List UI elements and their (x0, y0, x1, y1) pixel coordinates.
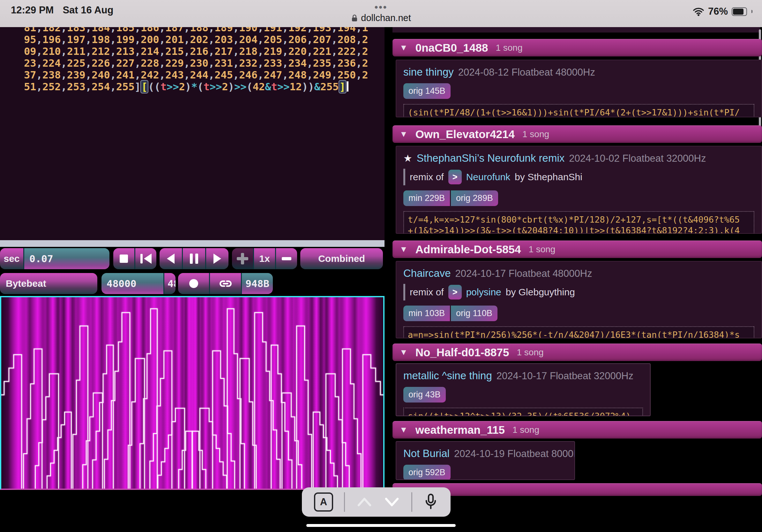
share-link-button[interactable] (209, 273, 241, 294)
entry-header-Admirable-Dot-5854[interactable]: ▼ Admirable-Dot-5854 1 song (393, 240, 762, 258)
editor-hscrollbar[interactable] (0, 240, 385, 247)
song-card: metallic ^sine thing 2024-10-17 Floatbea… (396, 363, 650, 416)
orig-size-badge[interactable]: orig 289B (451, 190, 498, 206)
user-name: 0naCB0_1488 (416, 41, 488, 54)
status-bar: 12:29 PM Sat 16 Aug ••• dollchan.net 76% (0, 0, 762, 27)
samplerate-group: 48000 480 (102, 273, 176, 294)
collapse-icon[interactable]: ▼ (400, 347, 408, 357)
goto-original-button[interactable]: > (448, 170, 462, 184)
text-format-button[interactable]: A (314, 493, 333, 511)
record-group: 948B (178, 273, 273, 294)
waveform-canvas (1, 297, 383, 489)
song-code[interactable]: (sin(t*PI/48/(1+(t>>16&1)))+sin(t*PI/64*… (403, 104, 754, 117)
min-size-badge[interactable]: min 103B (403, 305, 450, 321)
transport-group-1 (113, 248, 156, 269)
link-icon (219, 277, 233, 290)
back-icon (167, 253, 175, 264)
song-count: 1 song (495, 43, 522, 53)
samplerate-clipped-input[interactable]: 480 (163, 273, 176, 294)
user-name: Own_Elevator4214 (416, 128, 515, 141)
song-title-link[interactable]: SthephanShi’s Neurofunk remix (417, 152, 565, 164)
collapse-icon[interactable]: ▼ (400, 425, 408, 435)
record-button[interactable] (178, 273, 209, 294)
orig-size-badge[interactable]: orig 43B (403, 387, 446, 403)
remix-of-label: remix of (410, 171, 444, 182)
song-title-link[interactable]: Not Burial (403, 447, 450, 460)
divider (344, 492, 345, 512)
goto-original-button[interactable]: > (448, 285, 462, 299)
combined-mode-button[interactable]: Combined (300, 248, 383, 269)
orig-size-badge[interactable]: orig 110B (451, 305, 497, 321)
site-url: dollchan.net (361, 13, 411, 23)
skip-start-button[interactable] (134, 248, 156, 269)
code-editor[interactable]: 81,182,183,184,185,186,187,188,189,190,1… (0, 27, 385, 240)
wifi-icon (693, 7, 704, 16)
speed-decrease-button[interactable] (275, 248, 297, 269)
speed-increase-button[interactable] (232, 248, 253, 269)
entry-header-No_Half-d01-8875[interactable]: ▼ No_Half-d01-8875 1 song (393, 344, 762, 361)
user-name: Admirable-Dot-5854 (416, 243, 521, 256)
song-meta: 2024-08-12 Floatbeat 48000Hz (458, 67, 595, 78)
waveform-panel (0, 296, 385, 490)
address-bar[interactable]: dollchan.net (0, 13, 762, 23)
settings-controls: Bytebeat 48000 480 948B (0, 273, 385, 294)
multitask-dots-icon[interactable]: ••• (0, 2, 762, 13)
stop-icon (120, 254, 128, 263)
collapse-icon[interactable]: ▼ (400, 43, 408, 53)
song-code[interactable]: a=n=>sin(t*PI*n/256)%256*(-t/n/4&2047)/1… (403, 326, 754, 338)
original-song-link[interactable]: polysine (466, 287, 501, 298)
user-name: No_Half-d01-8875 (416, 346, 509, 359)
user-name: weatherman_115 (416, 424, 505, 436)
song-code[interactable]: sin((t|t>>12^t>>13)/32.35)/(t%65536/3072… (403, 408, 643, 416)
entry-header-weatherman_115[interactable]: ▼ weatherman_115 1 song (393, 421, 762, 438)
speed-value[interactable]: 1x (253, 248, 275, 269)
panel-top-strip (393, 27, 760, 33)
keyboard-accessory-bar: A (302, 487, 451, 517)
battery-percent: 76% (708, 6, 728, 17)
stop-button[interactable] (113, 248, 134, 269)
song-title-link[interactable]: Chaircave (403, 267, 451, 279)
remix-of-label: remix of (410, 287, 444, 298)
chevron-up-icon[interactable] (356, 496, 373, 508)
song-code[interactable]: t/=4,k=x=>127*sin(800*cbrt(t%x)*PI/128)/… (403, 211, 754, 234)
samplerate-input[interactable]: 48000 (102, 273, 163, 294)
minus-icon (282, 257, 291, 260)
editor-lines: 81,182,183,184,185,186,187,188,189,190,1… (24, 27, 368, 93)
transport-group-2 (160, 248, 228, 269)
pause-button[interactable] (182, 248, 205, 269)
lock-icon (351, 14, 358, 22)
song-count: 1 song (528, 244, 555, 254)
divider (411, 492, 412, 512)
entry-header-Own_Elevator4214[interactable]: ▼ Own_Elevator4214 1 song (393, 125, 762, 143)
song-count: 1 song (512, 425, 539, 435)
bytebeat-mode-button[interactable]: Bytebeat (0, 273, 97, 294)
song-meta: 2024-10-17 Floatbeat 48000Hz (455, 268, 592, 279)
mode-group: Combined (300, 248, 383, 269)
song-meta: 2024-10-17 Floatbeat 32000Hz (496, 370, 634, 382)
playback-controls: sec 0.07 1x Combined (0, 248, 385, 269)
battery-tip-icon (751, 10, 752, 13)
size-indicator: 948B (241, 273, 273, 294)
song-count: 1 song (522, 129, 549, 139)
sec-input[interactable]: 0.07 (23, 248, 110, 269)
speed-group: 1x (232, 248, 297, 269)
play-button[interactable] (205, 248, 228, 269)
collapse-icon[interactable]: ▼ (400, 129, 408, 139)
collapse-icon[interactable]: ▼ (400, 244, 408, 254)
record-icon (189, 279, 198, 288)
star-icon: ★ (403, 153, 412, 164)
song-card: Not Burial 2024-10-19 Floatbeat 8000Hz o… (396, 441, 575, 480)
step-back-button[interactable] (160, 248, 182, 269)
min-size-badge[interactable]: min 229B (403, 190, 450, 206)
orig-size-badge[interactable]: orig 145B (403, 83, 451, 99)
orig-size-badge[interactable]: orig 592B (403, 465, 451, 480)
plus-icon (237, 253, 248, 264)
microphone-icon[interactable] (423, 493, 438, 511)
song-title-link[interactable]: metallic ^sine thing (403, 370, 492, 382)
chevron-down-icon[interactable] (384, 496, 400, 508)
song-card: sine thingy 2024-08-12 Floatbeat 48000Hz… (396, 60, 762, 117)
original-song-link[interactable]: Neurofunk (466, 171, 510, 182)
entry-header-0naCB0_1488[interactable]: ▼ 0naCB0_1488 1 song (393, 39, 762, 56)
home-indicator[interactable] (306, 524, 456, 527)
song-title-link[interactable]: sine thingy (403, 66, 454, 78)
